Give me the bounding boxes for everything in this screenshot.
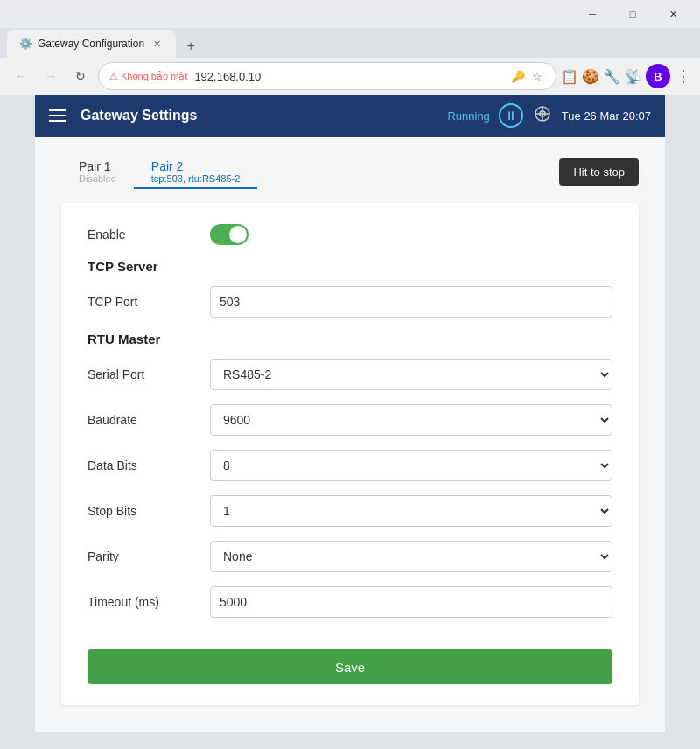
- pair-1-name: Pair 1: [79, 159, 116, 173]
- enable-toggle[interactable]: [210, 224, 248, 245]
- forward-button[interactable]: →: [38, 64, 63, 88]
- network-icon: [534, 105, 551, 127]
- serial-port-label: Serial Port: [88, 368, 210, 382]
- close-button[interactable]: ✕: [653, 0, 693, 28]
- timeout-input[interactable]: [210, 586, 612, 618]
- data-bits-row: Data Bits 8 7 6 5: [88, 450, 612, 481]
- nav-menu-icon[interactable]: [49, 109, 66, 122]
- serial-port-row: Serial Port RS485-2 RS485-1 RS232: [88, 359, 612, 390]
- warning-icon: ⚠: [109, 71, 118, 82]
- toggle-thumb: [229, 226, 247, 243]
- pair-2-sub: tcp:503, rtu:RS485-2: [151, 173, 241, 184]
- tab-bar: ⚙️ Gateway Configuration ✕ +: [0, 28, 700, 58]
- broadcast-icon[interactable]: 📡: [625, 68, 640, 84]
- stop-bits-row: Stop Bits 1 2: [88, 495, 612, 527]
- save-button[interactable]: Save: [88, 649, 612, 684]
- maximize-button[interactable]: □: [612, 0, 653, 28]
- form-card: Enable TCP Server TCP Port RTU Master Se…: [61, 203, 639, 705]
- tcp-server-title: TCP Server: [88, 259, 612, 274]
- timeout-label: Timeout (ms): [88, 595, 210, 609]
- parity-row: Parity None Even Odd: [88, 541, 612, 572]
- stop-bits-select[interactable]: 1 2: [210, 495, 612, 527]
- baudrate-row: Baudrate 9600 19200 38400 57600 115200: [88, 404, 612, 436]
- tab-close-button[interactable]: ✕: [150, 37, 164, 51]
- address-bar-row: ← → ↻ ⚠ Không bảo mật 192.168.0.10 🔑 ☆ 📋…: [0, 58, 700, 94]
- address-bar[interactable]: ⚠ Không bảo mật 192.168.0.10 🔑 ☆: [98, 62, 556, 90]
- security-indicator: ⚠ Không bảo mật: [109, 71, 187, 82]
- stop-bits-label: Stop Bits: [88, 504, 210, 518]
- app-nav: Gateway Settings Running ⏸ Tue 26 Mar 20…: [35, 94, 665, 136]
- address-icons: 🔑 ☆: [510, 68, 545, 84]
- account-icon[interactable]: B: [646, 64, 670, 88]
- minimize-button[interactable]: ─: [572, 0, 612, 28]
- app-container: Gateway Settings Running ⏸ Tue 26 Mar 20…: [35, 94, 665, 732]
- reload-button[interactable]: ↻: [68, 64, 93, 88]
- security-label: Không bảo mật: [121, 71, 187, 82]
- window-topbar: ─ □ ✕: [0, 0, 700, 28]
- enable-row: Enable: [88, 224, 612, 245]
- settings-icon[interactable]: 🔧: [604, 68, 620, 84]
- data-bits-select[interactable]: 8 7 6 5: [210, 450, 612, 481]
- tab-title: Gateway Configuration: [38, 38, 144, 50]
- extensions-icon[interactable]: 📋: [562, 68, 578, 84]
- pause-icon: ⏸: [505, 108, 517, 122]
- pair-tabs-row: Pair 1 Disabled Pair 2 tcp:503, rtu:RS48…: [61, 154, 639, 189]
- parity-label: Parity: [88, 550, 210, 564]
- pause-button[interactable]: ⏸: [499, 103, 523, 128]
- parity-select[interactable]: None Even Odd: [210, 541, 612, 572]
- lock-icon[interactable]: 🔑: [510, 68, 526, 84]
- data-bits-label: Data Bits: [88, 458, 210, 472]
- status-label: Running: [447, 109, 489, 122]
- app-title: Gateway Settings: [80, 108, 447, 123]
- tcp-port-row: TCP Port: [88, 286, 612, 318]
- menu-bar-3: [49, 120, 66, 122]
- pair-2-name: Pair 2: [151, 159, 241, 173]
- pair-tab-1[interactable]: Pair 1 Disabled: [61, 154, 134, 189]
- menu-icon[interactable]: ⋮: [676, 68, 691, 84]
- back-button[interactable]: ←: [9, 64, 33, 88]
- url-text: 192.168.0.10: [194, 70, 503, 83]
- active-tab[interactable]: ⚙️ Gateway Configuration ✕: [7, 30, 176, 58]
- pair-tab-2[interactable]: Pair 2 tcp:503, rtu:RS485-2: [134, 154, 258, 189]
- menu-bar-1: [49, 109, 66, 111]
- tab-favicon: ⚙️: [19, 38, 32, 50]
- timeout-row: Timeout (ms): [88, 586, 612, 618]
- tcp-port-label: TCP Port: [88, 295, 210, 309]
- content-area: Pair 1 Disabled Pair 2 tcp:503, rtu:RS48…: [35, 136, 665, 732]
- cookies-icon[interactable]: 🍪: [583, 68, 598, 84]
- datetime-label: Tue 26 Mar 20:07: [562, 109, 651, 122]
- enable-label: Enable: [88, 228, 210, 242]
- pair-1-sub: Disabled: [79, 173, 116, 184]
- baudrate-select[interactable]: 9600 19200 38400 57600 115200: [210, 404, 612, 436]
- new-tab-button[interactable]: +: [179, 35, 202, 58]
- serial-port-select[interactable]: RS485-2 RS485-1 RS232: [210, 359, 612, 390]
- hit-to-stop-button[interactable]: Hit to stop: [559, 158, 639, 186]
- baudrate-label: Baudrate: [88, 413, 210, 427]
- pair-tabs: Pair 1 Disabled Pair 2 tcp:503, rtu:RS48…: [61, 154, 257, 189]
- tcp-port-input[interactable]: [210, 286, 612, 318]
- star-icon[interactable]: ☆: [529, 68, 545, 84]
- menu-bar-2: [49, 115, 66, 116]
- rtu-master-title: RTU Master: [88, 332, 612, 346]
